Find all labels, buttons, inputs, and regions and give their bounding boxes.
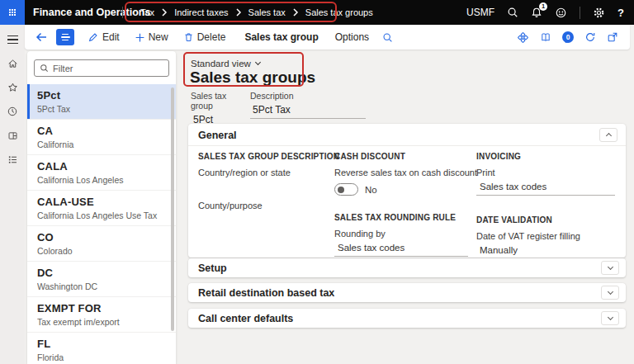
breadcrumb-item[interactable]: Sales tax groups	[305, 7, 373, 17]
list-item-code: CALA	[37, 160, 176, 173]
help-button[interactable]: ?	[617, 7, 624, 19]
list-item[interactable]: CO Colorado	[27, 226, 176, 262]
open-in-new-window-button[interactable]	[607, 31, 618, 43]
workspaces-button[interactable]	[3, 128, 21, 143]
modules-button[interactable]	[3, 152, 21, 167]
expand-button[interactable]	[601, 286, 619, 300]
section-title: Call center defaults	[198, 313, 293, 324]
tab-options[interactable]: Options	[335, 31, 369, 43]
notification-badge: 1	[539, 2, 547, 11]
general-col-cash-discount: CASH DISCOUNT Reverse sales tax on cash …	[334, 152, 468, 257]
messages-bubble-icon: 0	[562, 31, 574, 43]
menu-icon	[7, 35, 18, 45]
search-icon	[382, 32, 393, 43]
collapse-button[interactable]	[599, 128, 617, 142]
reverse-sales-tax-toggle-row: No	[334, 183, 468, 196]
general-section: General SALES TAX GROUP DESCRIPTION Coun…	[188, 124, 626, 258]
expand-button[interactable]	[601, 311, 619, 325]
list-item[interactable]: EXMPT FOR Tax exempt im/export	[27, 297, 176, 333]
list-item-description: Tax exempt im/export	[37, 317, 176, 327]
list-item[interactable]: CA California	[27, 120, 176, 155]
star-icon	[7, 82, 19, 93]
favorites-button[interactable]	[3, 80, 21, 95]
list-scrollbar[interactable]	[171, 87, 174, 331]
expand-button[interactable]	[601, 261, 619, 275]
clock-icon	[7, 106, 18, 117]
records-list-panel: 5Pct 5Pct Tax CA California CALA Califor…	[27, 51, 176, 364]
breadcrumb-item[interactable]: Indirect taxes	[174, 7, 228, 17]
section-card[interactable]: Retail destination based tax	[188, 283, 626, 302]
list-icon	[62, 34, 69, 35]
records-list: 5Pct 5Pct Tax CA California CALA Califor…	[27, 84, 176, 364]
feedback-button[interactable]	[555, 7, 567, 19]
top-navigation-bar: Finance and Operations TaxIndirect taxes…	[0, 0, 634, 25]
list-item-description: California Los Angeles Use Tax	[37, 210, 176, 220]
filter-field	[34, 59, 169, 77]
chevron-down-icon	[255, 59, 261, 65]
new-button[interactable]: New	[135, 31, 168, 43]
list-item[interactable]: 5Pct 5Pct Tax	[27, 84, 176, 120]
waffle-icon	[9, 9, 11, 11]
action-pane-search-button[interactable]	[382, 32, 393, 43]
app-launcher-button[interactable]	[0, 0, 25, 25]
edit-button[interactable]: Edit	[88, 31, 120, 43]
menu-button[interactable]	[3, 32, 21, 47]
book-button[interactable]	[540, 31, 551, 43]
messages-button[interactable]: 0	[562, 31, 574, 43]
search-button[interactable]	[507, 7, 518, 18]
home-icon	[7, 58, 19, 69]
list-item-code: CA	[37, 125, 176, 137]
chevron-right-icon	[235, 8, 242, 17]
breadcrumb: TaxIndirect taxesSales taxSales tax grou…	[140, 0, 373, 25]
section-card[interactable]: Call center defaults	[188, 309, 626, 328]
settings-button[interactable]	[593, 7, 605, 19]
list-item-code: FL	[37, 338, 176, 350]
refresh-button[interactable]	[584, 31, 596, 43]
filter-input[interactable]	[53, 64, 163, 73]
breadcrumb-item[interactable]: Tax	[140, 7, 154, 17]
back-button[interactable]	[31, 30, 51, 45]
modules-icon	[7, 154, 19, 165]
list-item-description: 5Pct Tax	[37, 104, 176, 114]
tab-sales-tax-group[interactable]: Sales tax group	[244, 31, 318, 43]
list-item[interactable]: DC Washington DC	[27, 262, 176, 297]
home-button[interactable]	[3, 56, 21, 71]
feedback-smiley-icon	[555, 7, 567, 19]
list-item[interactable]: FL Florida	[27, 333, 176, 364]
book-icon	[540, 31, 551, 43]
workspace-icon	[7, 130, 19, 141]
chevron-right-icon	[161, 8, 168, 17]
chevron-up-icon	[605, 133, 611, 139]
list-view-toggle-button[interactable]	[56, 29, 74, 45]
toggle-switch[interactable]	[334, 183, 358, 196]
list-item-description: Colorado	[37, 246, 176, 256]
view-selector[interactable]: Standard view	[191, 59, 260, 69]
company-selector[interactable]: USMF	[466, 7, 494, 18]
vat-register-select[interactable]: Manually	[476, 244, 615, 259]
delete-button[interactable]: Delete	[183, 31, 226, 43]
general-section-header[interactable]: General	[188, 124, 626, 146]
search-icon	[507, 7, 518, 18]
list-item[interactable]: CALA-USE California Los Angeles Use Tax	[27, 191, 176, 226]
topbar-right-cluster: USMF 1 ?	[466, 0, 634, 25]
left-nav-strip	[0, 25, 25, 364]
list-item[interactable]: CALA California Los Angeles	[27, 155, 176, 191]
rounding-by-select[interactable]: Sales tax codes	[334, 242, 468, 257]
trash-icon	[183, 31, 194, 43]
action-pane: Edit New Delete Sales tax group Options …	[25, 25, 630, 50]
power-apps-button[interactable]	[517, 31, 529, 44]
chevron-down-icon	[607, 314, 613, 319]
list-item-description: Washington DC	[37, 281, 176, 291]
app-title[interactable]: Finance and Operations	[33, 0, 150, 25]
list-item-code: CO	[37, 231, 176, 243]
breadcrumb-item[interactable]: Sales tax	[248, 7, 286, 17]
back-arrow-icon	[35, 31, 48, 43]
list-item-description: California Los Angeles	[37, 175, 176, 185]
print-select[interactable]: Sales tax codes	[476, 181, 615, 196]
pencil-icon	[88, 31, 99, 43]
recent-button[interactable]	[3, 104, 21, 119]
section-card[interactable]: Setup	[188, 258, 626, 277]
notifications-button[interactable]: 1	[531, 7, 542, 19]
description-input[interactable]: 5Pct Tax	[250, 104, 366, 119]
refresh-icon	[584, 31, 596, 43]
